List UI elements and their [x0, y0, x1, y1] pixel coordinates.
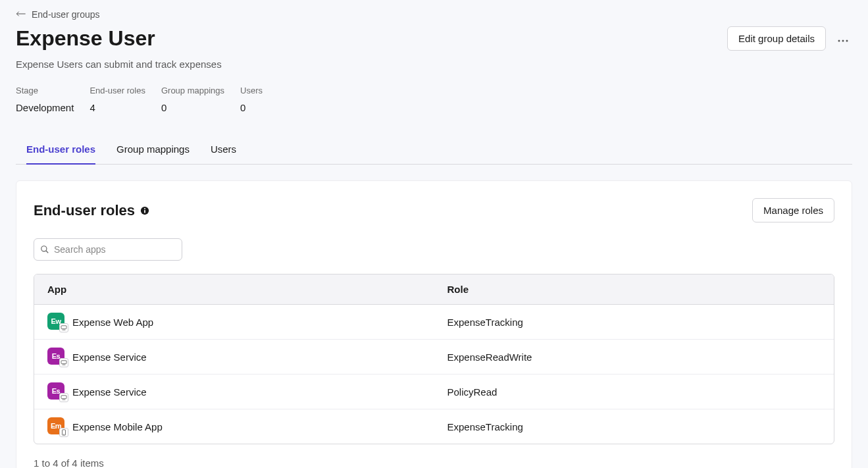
- svg-rect-5: [144, 210, 145, 213]
- stat-label: End-user roles: [89, 86, 145, 95]
- role-name: PolicyRead: [434, 378, 834, 405]
- page-title: Expense User: [16, 26, 155, 51]
- roles-table: App Role EwExpense Web AppExpenseTrackin…: [34, 274, 834, 444]
- tab-group-mappings[interactable]: Group mappings: [116, 137, 190, 164]
- edit-group-details-button[interactable]: Edit group details: [727, 26, 826, 51]
- pagination-summary: 1 to 4 of 4 items: [34, 457, 834, 468]
- stat-label: Stage: [16, 86, 74, 95]
- tab-end-user-roles[interactable]: End-user roles: [26, 137, 95, 164]
- app-name: Expense Web App: [72, 317, 153, 328]
- table-row[interactable]: EsExpense ServicePolicyRead: [34, 375, 834, 409]
- table-row[interactable]: EmExpense Mobile AppExpenseTracking: [34, 409, 834, 444]
- svg-point-3: [846, 39, 848, 41]
- svg-rect-9: [61, 326, 66, 329]
- arrow-left-icon: [16, 9, 26, 20]
- tabs: End-user rolesGroup mappingsUsers: [16, 137, 852, 165]
- desktop-icon: [59, 358, 68, 367]
- table-row[interactable]: EsExpense ServiceExpenseReadWrite: [34, 340, 834, 375]
- roles-panel: End-user roles Manage roles App Role EwE…: [16, 180, 852, 468]
- app-name: Expense Service: [72, 351, 147, 363]
- stats-row: StageDevelopmentEnd-user roles4Group map…: [16, 86, 852, 113]
- svg-point-7: [41, 246, 47, 251]
- column-header-role: Role: [434, 274, 834, 304]
- more-actions-button[interactable]: [834, 30, 852, 48]
- stat-value: 4: [89, 102, 145, 113]
- app-name: Expense Mobile App: [72, 421, 163, 432]
- ellipsis-icon: [838, 34, 848, 44]
- search-apps-input[interactable]: [34, 238, 182, 261]
- manage-roles-button[interactable]: Manage roles: [752, 198, 834, 222]
- stat-value: 0: [161, 102, 224, 113]
- role-name: ExpenseReadWrite: [434, 344, 834, 371]
- svg-rect-11: [61, 361, 66, 364]
- stat-label: Users: [240, 86, 263, 95]
- tab-users[interactable]: Users: [211, 137, 236, 164]
- stat-value: 0: [240, 102, 263, 113]
- stat-value: Development: [16, 102, 74, 113]
- svg-rect-13: [61, 396, 66, 399]
- breadcrumb-back[interactable]: End-user groups: [16, 9, 852, 20]
- breadcrumb-label: End-user groups: [32, 9, 100, 20]
- panel-title: End-user roles: [34, 202, 135, 219]
- desktop-icon: [59, 323, 68, 332]
- column-header-app: App: [34, 274, 434, 304]
- table-row[interactable]: EwExpense Web AppExpenseTracking: [34, 305, 834, 340]
- svg-line-8: [46, 251, 49, 253]
- svg-point-1: [838, 39, 840, 41]
- stat-label: Group mappings: [161, 86, 224, 95]
- info-icon[interactable]: [140, 206, 149, 215]
- table-header-row: App Role: [34, 274, 834, 305]
- page-subtitle: Expense Users can submit and track expen…: [16, 59, 852, 70]
- svg-point-6: [144, 207, 145, 209]
- app-name: Expense Service: [72, 386, 147, 398]
- svg-point-2: [842, 39, 844, 41]
- desktop-icon: [59, 393, 68, 402]
- mobile-icon: [59, 428, 68, 437]
- role-name: ExpenseTracking: [434, 309, 834, 336]
- role-name: ExpenseTracking: [434, 413, 834, 440]
